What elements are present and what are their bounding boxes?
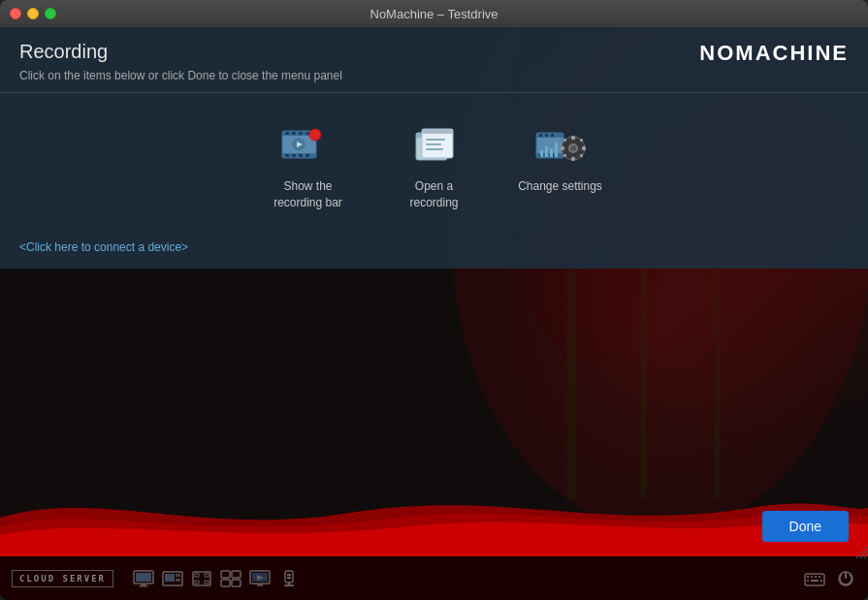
- main-content: Recording Click on the items below or cl…: [0, 27, 868, 600]
- svg-point-50: [570, 145, 576, 151]
- svg-rect-64: [195, 574, 199, 577]
- connect-device-link[interactable]: <Click here to connect a device>: [0, 236, 868, 268]
- panel-title: Recording: [19, 41, 342, 63]
- open-recording-item[interactable]: Open a recording: [381, 112, 488, 221]
- svg-rect-19: [305, 154, 309, 157]
- svg-rect-67: [205, 581, 209, 584]
- svg-rect-35: [551, 134, 554, 137]
- svg-rect-61: [176, 574, 180, 577]
- svg-rect-78: [289, 574, 291, 576]
- svg-rect-79: [287, 577, 291, 579]
- screen-icon[interactable]: [249, 570, 271, 587]
- svg-rect-15: [305, 132, 309, 135]
- resize-handle[interactable]: [856, 545, 868, 556]
- svg-line-94: [860, 551, 868, 558]
- done-button-container: Done: [762, 511, 849, 542]
- traffic-lights: [10, 8, 56, 19]
- svg-line-95: [864, 554, 868, 558]
- svg-rect-68: [221, 571, 230, 578]
- svg-rect-34: [545, 134, 548, 137]
- svg-rect-27: [426, 139, 445, 141]
- svg-rect-41: [571, 136, 575, 140]
- minimize-button[interactable]: [27, 8, 39, 19]
- usb-icon[interactable]: [278, 570, 300, 587]
- svg-rect-77: [287, 574, 289, 576]
- svg-point-21: [309, 129, 321, 141]
- svg-rect-56: [136, 573, 151, 582]
- svg-rect-43: [561, 146, 564, 150]
- red-wave: [0, 479, 868, 556]
- power-icon[interactable]: [835, 570, 856, 587]
- svg-rect-58: [139, 585, 148, 586]
- open-recording-icon: [405, 122, 464, 171]
- monitor-icon[interactable]: [133, 570, 154, 587]
- svg-rect-88: [807, 580, 809, 582]
- panel-header: Recording Click on the items below or cl…: [0, 27, 868, 93]
- svg-rect-62: [176, 579, 180, 582]
- svg-rect-16: [285, 154, 289, 157]
- svg-rect-29: [426, 148, 443, 150]
- svg-rect-90: [820, 580, 822, 582]
- svg-rect-83: [807, 576, 809, 578]
- nomachine-logo: NOMACHINE: [699, 41, 849, 66]
- main-window: NoMachine – Testdrive: [0, 0, 868, 600]
- cloud-server-badge: CLOUD SERVER: [12, 570, 113, 587]
- display-icon[interactable]: [162, 570, 183, 587]
- panel-subtitle: Click on the items below or click Done t…: [19, 69, 342, 82]
- svg-rect-69: [232, 571, 241, 578]
- svg-rect-14: [299, 132, 303, 135]
- settings-icon: [531, 122, 590, 171]
- svg-rect-65: [205, 574, 209, 577]
- open-recording-label: Open a recording: [391, 178, 478, 211]
- change-settings-label: Change settings: [518, 178, 602, 195]
- svg-rect-28: [426, 143, 441, 145]
- svg-rect-89: [811, 580, 819, 582]
- svg-rect-54: [555, 142, 558, 157]
- titlebar: NoMachine – Testdrive: [0, 0, 868, 27]
- capture-icon[interactable]: [191, 570, 212, 587]
- svg-rect-60: [165, 574, 175, 582]
- svg-rect-12: [285, 132, 289, 135]
- svg-rect-5: [714, 258, 722, 499]
- panel-items: Show the recording bar: [0, 93, 868, 236]
- svg-rect-84: [811, 576, 813, 578]
- recording-bar-icon: [279, 122, 338, 171]
- show-recording-bar-item[interactable]: Show the recording bar: [255, 112, 362, 221]
- taskbar-right-icons: [804, 570, 856, 587]
- svg-rect-86: [819, 576, 820, 578]
- svg-rect-81: [284, 584, 294, 586]
- svg-rect-52: [545, 146, 548, 157]
- recording-bar-label: Show the recording bar: [265, 178, 352, 211]
- done-button[interactable]: Done: [762, 511, 849, 542]
- svg-rect-13: [292, 132, 296, 135]
- svg-rect-26: [422, 129, 453, 134]
- svg-rect-42: [571, 157, 575, 161]
- transfer-icon[interactable]: [220, 570, 241, 587]
- svg-rect-57: [141, 584, 146, 586]
- close-button[interactable]: [10, 8, 21, 19]
- panel-header-left: Recording Click on the items below or cl…: [19, 41, 342, 82]
- svg-rect-18: [299, 154, 303, 157]
- svg-rect-71: [232, 580, 241, 586]
- recording-panel: Recording Click on the items below or cl…: [0, 27, 868, 268]
- svg-rect-51: [540, 150, 543, 157]
- svg-rect-85: [815, 576, 817, 578]
- svg-rect-70: [221, 580, 230, 586]
- svg-rect-3: [566, 237, 575, 499]
- keyboard-icon[interactable]: [804, 570, 825, 587]
- svg-rect-92: [845, 572, 847, 579]
- window-title: NoMachine – Testdrive: [370, 7, 498, 21]
- svg-rect-33: [539, 134, 542, 137]
- svg-rect-75: [257, 584, 263, 586]
- taskbar: CLOUD SERVER: [0, 556, 868, 600]
- maximize-button[interactable]: [45, 8, 56, 19]
- svg-rect-44: [582, 146, 586, 150]
- taskbar-icons: [133, 570, 300, 587]
- svg-rect-66: [195, 581, 199, 584]
- svg-rect-53: [550, 148, 553, 157]
- change-settings-item[interactable]: Change settings: [507, 112, 614, 221]
- svg-rect-17: [292, 154, 296, 157]
